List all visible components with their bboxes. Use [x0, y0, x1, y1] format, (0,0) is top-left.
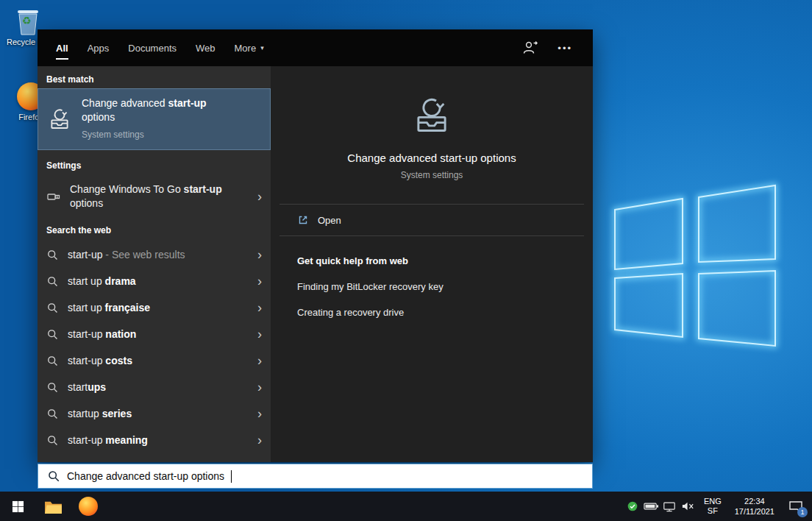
search-icon: [46, 355, 59, 367]
preview-pane: Change advanced start-up options System …: [271, 66, 593, 462]
windows-desktop-screen: ♻ Recycle Bin Firefox All Apps Documents…: [0, 0, 812, 521]
settings-text-bold: start-up: [184, 183, 222, 195]
suggestion-text: start-up meaning: [68, 434, 148, 446]
ethernet-network-icon: [663, 501, 676, 512]
clock-date: 17/11/2021: [735, 506, 774, 517]
security-check-icon: [627, 501, 638, 511]
chevron-right-icon[interactable]: ›: [257, 354, 262, 367]
help-link[interactable]: Creating a recovery drive: [297, 307, 593, 318]
action-center-button[interactable]: 1: [781, 492, 811, 521]
advanced-startup-icon: [47, 107, 72, 132]
notification-badge: 1: [797, 507, 808, 517]
battery-icon: [644, 502, 659, 511]
tab-documents[interactable]: Documents: [118, 29, 186, 66]
web-suggestion-row[interactable]: startup series ›: [38, 400, 271, 427]
settings-result[interactable]: Change Windows To Go start-up options ›: [38, 174, 271, 219]
open-label: Open: [318, 215, 341, 226]
advanced-startup-icon-large: [410, 94, 453, 137]
search-icon: [46, 275, 59, 288]
web-suggestion-row[interactable]: startups ›: [38, 374, 271, 400]
clock[interactable]: 22:34 17/11/2021: [728, 492, 781, 521]
tab-label: Documents: [128, 43, 177, 54]
settings-text-pre: Change Windows To Go: [70, 183, 184, 195]
tray-security-button[interactable]: [624, 492, 642, 521]
search-results-column: Best match Change advanced start-up opti…: [38, 66, 271, 462]
file-explorer-button[interactable]: [35, 492, 71, 521]
settings-result-text: Change Windows To Go start-up options: [70, 182, 236, 210]
windows-logo-icon: [12, 500, 24, 513]
tray-battery-button[interactable]: [642, 492, 660, 521]
search-flyout: All Apps Documents Web More ▾ ••• Best m…: [38, 29, 593, 462]
search-icon: [46, 302, 59, 314]
settings-section-header: Settings: [46, 160, 81, 171]
preview-subtitle: System settings: [271, 170, 593, 180]
taskbar: ENG SF 22:34 17/11/2021 1: [0, 492, 812, 521]
best-match-title-pre: Change advanced: [82, 97, 168, 109]
suggestion-text: start up française: [68, 302, 150, 313]
chevron-right-icon[interactable]: ›: [257, 327, 262, 341]
firefox-icon: [79, 497, 98, 516]
web-suggestion-row[interactable]: start-up - See web results ›: [38, 241, 271, 268]
best-match-result[interactable]: Change advanced start-up options System …: [38, 88, 271, 150]
best-match-subtitle: System settings: [82, 128, 238, 142]
language-code: ENG: [704, 497, 722, 506]
suggestion-text: start-up - See web results: [68, 249, 185, 260]
open-action[interactable]: Open: [271, 205, 593, 235]
tab-web[interactable]: Web: [186, 29, 225, 66]
chevron-right-icon[interactable]: ›: [257, 407, 262, 420]
web-suggestion-row[interactable]: start up française ›: [38, 294, 271, 321]
open-icon: [297, 214, 309, 226]
system-tray: ENG SF 22:34 17/11/2021 1: [624, 492, 812, 521]
web-suggestion-row[interactable]: start up drama ›: [38, 268, 271, 294]
search-icon: [46, 249, 59, 261]
search-icon: [46, 328, 59, 341]
tab-label: All: [56, 43, 68, 54]
preview-title: Change advanced start-up options: [271, 152, 593, 164]
more-options-icon[interactable]: •••: [558, 43, 572, 54]
search-input[interactable]: Change advanced start-up options: [38, 464, 593, 489]
chevron-right-icon[interactable]: ›: [257, 380, 262, 394]
chevron-right-icon[interactable]: ›: [257, 433, 262, 447]
quick-help-header: Get quick help from web: [297, 255, 593, 266]
chevron-right-icon[interactable]: ›: [257, 274, 262, 288]
web-suggestions-list: start-up - See web results › start up dr…: [38, 241, 271, 453]
tab-label: Apps: [88, 43, 110, 54]
settings-text-post: options: [70, 197, 103, 209]
best-match-title-post: options: [82, 111, 115, 123]
help-link[interactable]: Finding my BitLocker recovery key: [297, 281, 593, 292]
tab-label: Web: [196, 43, 216, 54]
suggestion-text: start up drama: [68, 275, 136, 287]
search-the-web-header: Search the web: [46, 225, 111, 235]
recycle-glyph: ♻: [22, 15, 32, 26]
language-indicator[interactable]: ENG SF: [697, 492, 728, 521]
tray-network-button[interactable]: [660, 492, 679, 521]
best-match-text: Change advanced start-up options System …: [82, 96, 238, 142]
suggestion-text: start-up costs: [68, 355, 132, 366]
search-icon: [46, 381, 59, 394]
tab-all[interactable]: All: [46, 29, 78, 66]
start-button[interactable]: [0, 492, 35, 521]
tab-apps[interactable]: Apps: [78, 29, 119, 66]
divider: [279, 235, 584, 236]
web-suggestion-row[interactable]: start-up costs ›: [38, 347, 271, 374]
web-suggestion-row[interactable]: start-up nation ›: [38, 321, 271, 347]
search-input-value: Change advanced start-up options: [67, 470, 224, 482]
text-cursor: [231, 470, 232, 483]
chevron-right-icon[interactable]: ›: [257, 248, 262, 261]
keyboard-layout: SF: [708, 506, 718, 516]
firefox-button[interactable]: [71, 492, 106, 521]
web-suggestion-row[interactable]: start-up meaning ›: [38, 427, 271, 453]
chevron-right-icon[interactable]: ›: [257, 190, 262, 203]
best-match-header: Best match: [46, 74, 94, 85]
file-explorer-icon: [44, 499, 63, 514]
user-account-icon[interactable]: [521, 39, 538, 57]
search-icon: [47, 469, 60, 483]
chevron-right-icon[interactable]: ›: [257, 301, 262, 314]
usb-drive-icon: [46, 189, 61, 204]
wallpaper-windows-logo: [569, 158, 812, 364]
suggestion-text: startup series: [68, 408, 132, 419]
tray-volume-button[interactable]: [679, 492, 697, 521]
tab-more[interactable]: More ▾: [225, 29, 274, 66]
clock-time: 22:34: [744, 496, 765, 506]
suggestion-text: start-up nation: [68, 328, 136, 340]
